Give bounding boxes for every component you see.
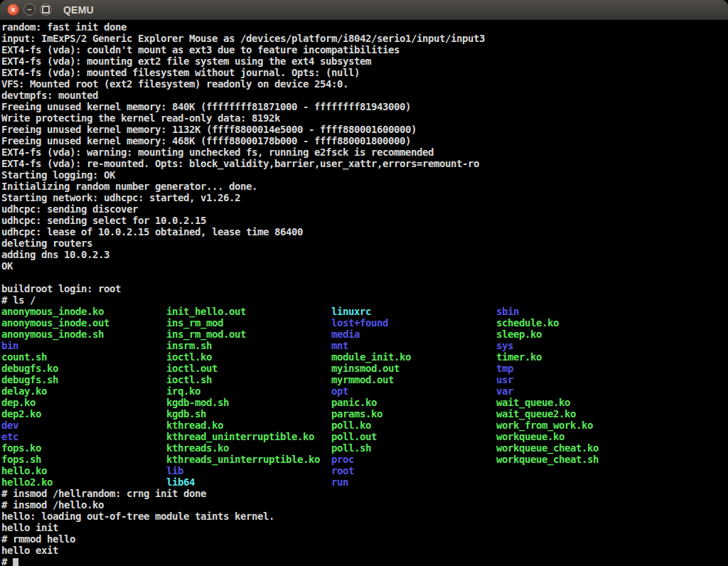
- terminal-line: count.shioctl.komodule_init.kotimer.ko: [1, 351, 728, 363]
- terminal-line: bininsrm.shmntsys: [1, 340, 728, 351]
- file-entry: wait_queue2.ko: [496, 408, 576, 420]
- file-entry: sys: [496, 340, 513, 351]
- file-entry: delay.ko: [1, 385, 166, 397]
- file-entry: kthread_uninterruptible.ko: [166, 431, 331, 442]
- terminal-line: fops.kokthreads.kopoll.shworkqueue_cheat…: [1, 442, 728, 454]
- terminal-line: Freeing unused kernel memory: 840K (ffff…: [1, 101, 728, 112]
- close-icon: ×: [11, 5, 16, 14]
- file-entry: workqueue_cheat.sh: [496, 454, 599, 465]
- file-entry: kthreads_uninterruptible.ko: [166, 454, 331, 465]
- terminal-line: hello.kolibroot: [1, 465, 728, 476]
- file-entry: work_from_work.ko: [496, 420, 593, 431]
- terminal-line: hello2.kolib64run: [1, 476, 728, 488]
- terminal-line: EXT4-fs (vda): warning: mounting uncheck…: [1, 146, 728, 158]
- terminal-line: dep.kokgdb-mod.shpanic.kowait_queue.ko: [1, 397, 728, 408]
- file-entry: anonymous_inode.ko: [1, 306, 166, 317]
- terminal-line: hello init: [1, 522, 728, 533]
- terminal-line: etckthread_uninterruptible.kopoll.outwor…: [1, 431, 728, 442]
- file-entry: ins_rm_mod: [166, 317, 331, 329]
- file-entry: dev: [1, 420, 166, 431]
- file-entry: kthread.ko: [166, 420, 331, 431]
- file-entry: poll.sh: [331, 442, 496, 454]
- terminal-line: deleting routers: [1, 237, 728, 249]
- file-entry: media: [331, 329, 496, 340]
- file-entry: anonymous_inode.out: [1, 317, 166, 329]
- terminal-line: hello: loading out-of-tree module taints…: [1, 511, 728, 522]
- file-entry: root: [331, 465, 354, 476]
- terminal-line: udhcpc: sending select for 10.0.2.15: [1, 215, 728, 226]
- file-entry: hello2.ko: [1, 476, 166, 488]
- terminal-line: udhcpc: sending discover: [1, 203, 728, 215]
- terminal-line: # rmmod hello: [1, 533, 728, 545]
- file-entry: irq.ko: [166, 385, 331, 397]
- file-entry: anonymous_inode.sh: [1, 329, 166, 340]
- terminal-screen[interactable]: random: fast init doneinput: ImExPS/2 Ge…: [0, 20, 728, 566]
- terminal-line: Write protecting the kernel read-only da…: [1, 112, 728, 124]
- file-entry: run: [331, 476, 348, 488]
- terminal-line: buildroot login: root: [1, 283, 728, 294]
- terminal-line: random: fast init done: [1, 21, 728, 33]
- terminal-line: EXT4-fs (vda): mounted filesystem withou…: [1, 67, 728, 78]
- file-entry: init_hello.out: [166, 306, 331, 317]
- file-entry: wait_queue.ko: [496, 397, 570, 408]
- terminal-line: VFS: Mounted root (ext2 filesystem) read…: [1, 78, 728, 90]
- terminal-line: hello exit: [1, 545, 728, 556]
- file-entry: kthreads.ko: [166, 442, 331, 454]
- terminal-line: # insmod /hello.ko: [1, 499, 728, 511]
- file-entry: mnt: [331, 340, 496, 351]
- file-entry: panic.ko: [331, 397, 496, 408]
- file-entry: ioctl.sh: [166, 374, 331, 385]
- terminal-line: EXT4-fs (vda): couldn't mount as ext3 du…: [1, 44, 728, 55]
- terminal-line: fops.shkthreads_uninterruptible.koprocwo…: [1, 454, 728, 465]
- terminal-line: anonymous_inode.shins_rm_mod.outmediasle…: [1, 329, 728, 340]
- terminal-line: # insmod /hellrandom: crng init done: [1, 488, 728, 499]
- terminal-line: dep2.kokgdb.shparams.kowait_queue2.ko: [1, 408, 728, 420]
- file-entry: debugfs.ko: [1, 363, 166, 374]
- file-entry: insrm.sh: [166, 340, 331, 351]
- file-entry: fops.ko: [1, 442, 166, 454]
- file-entry: dep.ko: [1, 397, 166, 408]
- file-entry: tmp: [496, 363, 513, 374]
- file-entry: kgdb-mod.sh: [166, 397, 331, 408]
- window-titlebar: × − QEMU: [0, 0, 728, 20]
- terminal-line: udhcpc: lease of 10.0.2.15 obtained, lea…: [1, 226, 728, 237]
- file-entry: lost+found: [331, 317, 496, 329]
- file-entry: ioctl.ko: [166, 351, 331, 363]
- terminal-line: EXT4-fs (vda): mounting ext2 file system…: [1, 55, 728, 67]
- terminal-line: Freeing unused kernel memory: 468K (ffff…: [1, 135, 728, 146]
- file-entry: workqueue_cheat.ko: [496, 442, 599, 454]
- file-entry: proc: [331, 454, 496, 465]
- file-entry: sleep.ko: [496, 329, 542, 340]
- file-entry: linuxrc: [331, 306, 496, 317]
- file-entry: workqueue.ko: [496, 431, 564, 442]
- file-entry: var: [496, 385, 513, 397]
- cursor: [13, 558, 18, 566]
- file-entry: poll.ko: [331, 420, 496, 431]
- terminal-line: debugfs.koioctl.outmyinsmod.outtmp: [1, 363, 728, 374]
- file-entry: dep2.ko: [1, 408, 166, 420]
- terminal-line: anonymous_inode.koinit_hello.outlinuxrcs…: [1, 306, 728, 317]
- terminal-line: #: [1, 556, 728, 566]
- file-entry: sbin: [496, 306, 519, 317]
- file-entry: debugfs.sh: [1, 374, 166, 385]
- file-entry: opt: [331, 385, 496, 397]
- minimize-button[interactable]: −: [23, 4, 36, 16]
- terminal-line: EXT4-fs (vda): re-mounted. Opts: block_v…: [1, 158, 728, 169]
- close-button[interactable]: ×: [7, 4, 19, 16]
- file-entry: lib64: [166, 476, 331, 488]
- terminal-line: Initializing random number generator... …: [1, 181, 728, 192]
- terminal-line: anonymous_inode.outins_rm_modlost+founds…: [1, 317, 728, 329]
- terminal-line: adding dns 10.0.2.3: [1, 249, 728, 260]
- maximize-icon: [42, 6, 50, 14]
- file-entry: kgdb.sh: [166, 408, 331, 420]
- terminal-line: [1, 272, 728, 283]
- terminal-line: Starting network: udhcpc: started, v1.26…: [1, 192, 728, 203]
- terminal-line: Starting logging: OK: [1, 169, 728, 181]
- file-entry: myinsmod.out: [331, 363, 496, 374]
- file-entry: count.sh: [1, 351, 166, 363]
- file-entry: myrmmod.out: [331, 374, 496, 385]
- maximize-button[interactable]: [40, 4, 52, 16]
- file-entry: params.ko: [331, 408, 496, 420]
- file-entry: hello.ko: [1, 465, 166, 476]
- terminal-line: devtmpfs: mounted: [1, 90, 728, 101]
